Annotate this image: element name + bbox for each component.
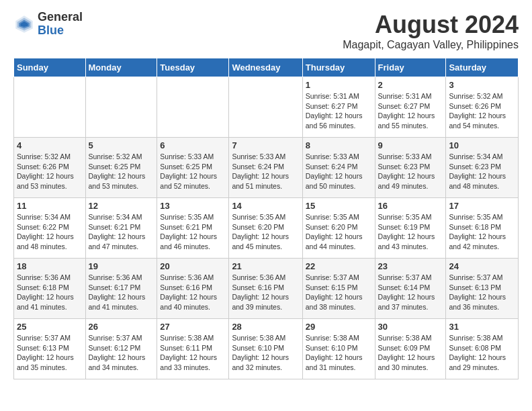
day-info: Sunrise: 5:33 AM Sunset: 6:24 PM Dayligh… xyxy=(306,152,372,191)
day-number: 5 xyxy=(89,140,154,150)
calendar-cell: 10Sunrise: 5:34 AM Sunset: 6:23 PM Dayli… xyxy=(446,138,519,198)
day-number: 11 xyxy=(17,201,83,211)
calendar-week-4: 18Sunrise: 5:36 AM Sunset: 6:18 PM Dayli… xyxy=(14,259,519,319)
day-info: Sunrise: 5:35 AM Sunset: 6:20 PM Dayligh… xyxy=(232,212,299,252)
calendar-week-3: 11Sunrise: 5:34 AM Sunset: 6:22 PM Dayli… xyxy=(14,198,519,259)
calendar-cell: 3Sunrise: 5:32 AM Sunset: 6:26 PM Daylig… xyxy=(446,77,519,138)
day-number: 26 xyxy=(89,322,154,332)
calendar-cell xyxy=(85,77,157,138)
day-info: Sunrise: 5:37 AM Sunset: 6:12 PM Dayligh… xyxy=(89,333,154,373)
calendar-cell: 23Sunrise: 5:37 AM Sunset: 6:14 PM Dayli… xyxy=(375,259,446,319)
day-info: Sunrise: 5:33 AM Sunset: 6:23 PM Dayligh… xyxy=(378,152,443,191)
calendar-week-1: 1Sunrise: 5:31 AM Sunset: 6:27 PM Daylig… xyxy=(14,77,519,138)
day-number: 19 xyxy=(89,261,154,271)
day-number: 25 xyxy=(17,322,83,332)
calendar-cell: 12Sunrise: 5:34 AM Sunset: 6:21 PM Dayli… xyxy=(85,198,157,259)
calendar-cell: 6Sunrise: 5:33 AM Sunset: 6:25 PM Daylig… xyxy=(157,138,229,198)
calendar-cell: 25Sunrise: 5:37 AM Sunset: 6:13 PM Dayli… xyxy=(14,319,86,379)
calendar-header-row: SundayMondayTuesdayWednesdayThursdayFrid… xyxy=(14,58,519,77)
day-number: 17 xyxy=(449,201,515,211)
calendar-cell: 1Sunrise: 5:31 AM Sunset: 6:27 PM Daylig… xyxy=(302,77,375,138)
day-info: Sunrise: 5:33 AM Sunset: 6:25 PM Dayligh… xyxy=(160,152,226,191)
day-info: Sunrise: 5:34 AM Sunset: 6:21 PM Dayligh… xyxy=(89,212,154,252)
day-number: 10 xyxy=(449,140,515,150)
day-number: 2 xyxy=(378,80,443,90)
calendar-cell: 8Sunrise: 5:33 AM Sunset: 6:24 PM Daylig… xyxy=(302,138,375,198)
calendar-cell xyxy=(14,77,86,138)
day-header-sunday: Sunday xyxy=(14,58,86,77)
calendar-cell: 2Sunrise: 5:31 AM Sunset: 6:27 PM Daylig… xyxy=(375,77,446,138)
day-info: Sunrise: 5:32 AM Sunset: 6:25 PM Dayligh… xyxy=(89,152,154,191)
day-number: 21 xyxy=(232,261,299,271)
day-info: Sunrise: 5:36 AM Sunset: 6:17 PM Dayligh… xyxy=(89,273,154,312)
day-info: Sunrise: 5:36 AM Sunset: 6:16 PM Dayligh… xyxy=(160,273,226,312)
calendar-cell: 13Sunrise: 5:35 AM Sunset: 6:21 PM Dayli… xyxy=(157,198,229,259)
calendar-cell: 22Sunrise: 5:37 AM Sunset: 6:15 PM Dayli… xyxy=(302,259,375,319)
calendar-cell: 7Sunrise: 5:33 AM Sunset: 6:24 PM Daylig… xyxy=(229,138,302,198)
day-number: 30 xyxy=(378,322,443,332)
day-number: 9 xyxy=(378,140,443,150)
calendar-cell: 11Sunrise: 5:34 AM Sunset: 6:22 PM Dayli… xyxy=(14,198,86,259)
day-info: Sunrise: 5:37 AM Sunset: 6:15 PM Dayligh… xyxy=(306,273,372,312)
day-number: 1 xyxy=(306,80,372,90)
logo-text: General Blue xyxy=(38,11,83,38)
day-number: 20 xyxy=(160,261,226,271)
day-number: 6 xyxy=(160,140,226,150)
day-info: Sunrise: 5:34 AM Sunset: 6:23 PM Dayligh… xyxy=(449,152,515,191)
day-info: Sunrise: 5:32 AM Sunset: 6:26 PM Dayligh… xyxy=(17,152,83,191)
day-info: Sunrise: 5:37 AM Sunset: 6:14 PM Dayligh… xyxy=(378,273,443,312)
calendar-cell: 29Sunrise: 5:38 AM Sunset: 6:10 PM Dayli… xyxy=(302,319,375,379)
calendar-cell: 30Sunrise: 5:38 AM Sunset: 6:09 PM Dayli… xyxy=(375,319,446,379)
day-info: Sunrise: 5:38 AM Sunset: 6:08 PM Dayligh… xyxy=(449,333,515,373)
day-number: 13 xyxy=(160,201,226,211)
day-number: 29 xyxy=(306,322,372,332)
calendar-cell: 5Sunrise: 5:32 AM Sunset: 6:25 PM Daylig… xyxy=(85,138,157,198)
day-header-tuesday: Tuesday xyxy=(157,58,229,77)
calendar-cell: 31Sunrise: 5:38 AM Sunset: 6:08 PM Dayli… xyxy=(446,319,519,379)
calendar-week-2: 4Sunrise: 5:32 AM Sunset: 6:26 PM Daylig… xyxy=(14,138,519,198)
calendar-cell: 20Sunrise: 5:36 AM Sunset: 6:16 PM Dayli… xyxy=(157,259,229,319)
day-info: Sunrise: 5:32 AM Sunset: 6:26 PM Dayligh… xyxy=(449,91,515,131)
day-header-saturday: Saturday xyxy=(446,58,519,77)
calendar-cell: 16Sunrise: 5:35 AM Sunset: 6:19 PM Dayli… xyxy=(375,198,446,259)
day-number: 14 xyxy=(232,201,299,211)
day-number: 24 xyxy=(449,261,515,271)
day-number: 4 xyxy=(17,140,83,150)
calendar-week-5: 25Sunrise: 5:37 AM Sunset: 6:13 PM Dayli… xyxy=(14,319,519,379)
day-info: Sunrise: 5:37 AM Sunset: 6:13 PM Dayligh… xyxy=(449,273,515,312)
logo: General Blue xyxy=(13,11,83,38)
day-header-thursday: Thursday xyxy=(302,58,375,77)
subtitle: Magapit, Cagayan Valley, Philippines xyxy=(343,39,519,51)
day-number: 8 xyxy=(306,140,372,150)
day-header-friday: Friday xyxy=(375,58,446,77)
calendar-cell: 21Sunrise: 5:36 AM Sunset: 6:16 PM Dayli… xyxy=(229,259,302,319)
logo-icon xyxy=(13,13,35,35)
day-number: 3 xyxy=(449,80,515,90)
day-number: 7 xyxy=(232,140,299,150)
day-number: 18 xyxy=(17,261,83,271)
day-info: Sunrise: 5:31 AM Sunset: 6:27 PM Dayligh… xyxy=(378,91,443,131)
calendar-cell: 27Sunrise: 5:38 AM Sunset: 6:11 PM Dayli… xyxy=(157,319,229,379)
calendar-cell: 24Sunrise: 5:37 AM Sunset: 6:13 PM Dayli… xyxy=(446,259,519,319)
day-info: Sunrise: 5:36 AM Sunset: 6:16 PM Dayligh… xyxy=(232,273,299,312)
calendar-cell: 9Sunrise: 5:33 AM Sunset: 6:23 PM Daylig… xyxy=(375,138,446,198)
main-title: August 2024 xyxy=(343,11,519,39)
day-info: Sunrise: 5:35 AM Sunset: 6:21 PM Dayligh… xyxy=(160,212,226,252)
header: General Blue August 2024 Magapit, Cagaya… xyxy=(13,11,519,51)
day-info: Sunrise: 5:35 AM Sunset: 6:20 PM Dayligh… xyxy=(306,212,372,252)
calendar-cell: 15Sunrise: 5:35 AM Sunset: 6:20 PM Dayli… xyxy=(302,198,375,259)
calendar-cell xyxy=(229,77,302,138)
calendar-cell: 14Sunrise: 5:35 AM Sunset: 6:20 PM Dayli… xyxy=(229,198,302,259)
day-info: Sunrise: 5:38 AM Sunset: 6:10 PM Dayligh… xyxy=(306,333,372,373)
day-number: 22 xyxy=(306,261,372,271)
calendar-cell: 17Sunrise: 5:35 AM Sunset: 6:18 PM Dayli… xyxy=(446,198,519,259)
day-info: Sunrise: 5:31 AM Sunset: 6:27 PM Dayligh… xyxy=(306,91,372,131)
calendar-cell: 4Sunrise: 5:32 AM Sunset: 6:26 PM Daylig… xyxy=(14,138,86,198)
day-info: Sunrise: 5:38 AM Sunset: 6:09 PM Dayligh… xyxy=(378,333,443,373)
day-info: Sunrise: 5:35 AM Sunset: 6:19 PM Dayligh… xyxy=(378,212,443,252)
day-number: 12 xyxy=(89,201,154,211)
calendar-cell: 26Sunrise: 5:37 AM Sunset: 6:12 PM Dayli… xyxy=(85,319,157,379)
day-info: Sunrise: 5:37 AM Sunset: 6:13 PM Dayligh… xyxy=(17,333,83,373)
day-number: 15 xyxy=(306,201,372,211)
calendar-cell: 18Sunrise: 5:36 AM Sunset: 6:18 PM Dayli… xyxy=(14,259,86,319)
